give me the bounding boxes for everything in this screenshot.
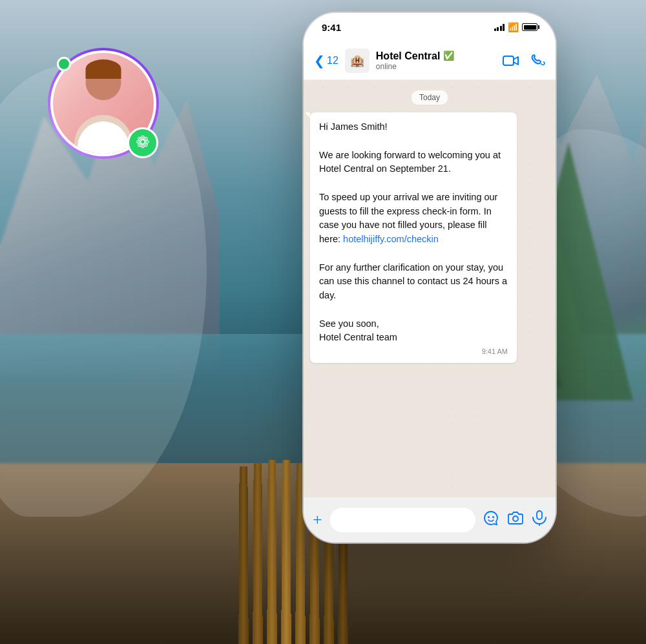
message-signoff: See you soon, <box>319 318 379 329</box>
status-bar: 9:41 📶 <box>304 13 556 41</box>
message-timestamp: 9:41 AM <box>319 348 508 355</box>
message-paragraph3: For any further clarification on your st… <box>319 262 507 301</box>
message-content: Hi James Smith! We are looking forward t… <box>319 120 508 345</box>
input-action-icons <box>483 510 547 530</box>
person-hair <box>86 59 121 79</box>
signal-bar-2 <box>497 27 499 31</box>
input-bar: + <box>304 497 556 543</box>
phone-frame: 9:41 📶 ❮ 12 🏨 <box>304 13 556 543</box>
message-signname: Hotel Central team <box>319 332 397 342</box>
back-count: 12 <box>327 55 339 67</box>
signal-icon <box>494 23 505 31</box>
svg-rect-0 <box>503 56 514 65</box>
message-bubble: Hi James Smith! We are looking forward t… <box>310 112 517 363</box>
camera-button[interactable] <box>508 510 523 530</box>
mic-button[interactable] <box>532 510 547 530</box>
svg-point-1 <box>488 516 490 518</box>
battery-fill <box>524 25 536 30</box>
user-avatar-container: ❁ <box>52 52 155 155</box>
status-icons: 📶 <box>494 22 538 33</box>
back-chevron-icon: ❮ <box>314 53 325 68</box>
back-button[interactable]: ❮ 12 <box>314 53 339 68</box>
status-time: 9:41 <box>322 22 341 33</box>
hotel-status: online <box>376 62 496 71</box>
svg-point-3 <box>513 516 518 521</box>
chat-header: ❮ 12 🏨 Hotel Central ✅ online <box>304 41 556 80</box>
person-body <box>74 115 132 154</box>
phone-call-button[interactable] <box>531 54 545 68</box>
message-greeting: Hi James Smith! <box>319 121 388 132</box>
hotel-avatar-icon: 🏨 <box>350 54 364 68</box>
chat-body: Today Hi James Smith! We are looking for… <box>304 80 556 497</box>
sticker-button[interactable] <box>483 510 499 530</box>
signal-bar-4 <box>503 24 505 31</box>
svg-rect-4 <box>537 511 542 519</box>
hotel-avatar: 🏨 <box>345 48 370 73</box>
online-indicator <box>57 57 71 71</box>
message-input[interactable] <box>330 508 475 532</box>
verified-icon: ✅ <box>443 50 454 61</box>
hotel-name-row: Hotel Central ✅ <box>376 50 496 62</box>
hotel-info: Hotel Central ✅ online <box>376 50 496 71</box>
person-shirt <box>78 121 129 154</box>
wifi-icon: 📶 <box>508 22 519 33</box>
whatsapp-icon: ❁ <box>136 134 150 151</box>
header-actions <box>503 54 545 68</box>
date-badge: Today <box>412 90 448 105</box>
signal-bar-3 <box>500 26 502 31</box>
plus-button[interactable]: + <box>313 510 322 530</box>
video-call-button[interactable] <box>503 54 519 68</box>
message-paragraph1: We are looking forward to welcoming you … <box>319 150 501 174</box>
whatsapp-badge: ❁ <box>127 127 158 158</box>
svg-point-2 <box>492 516 494 518</box>
hotel-name: Hotel Central <box>376 50 441 62</box>
signal-bar-1 <box>494 28 496 31</box>
battery-icon <box>522 23 537 31</box>
message-link[interactable]: hotelhijiffy.com/checkin <box>343 234 439 244</box>
